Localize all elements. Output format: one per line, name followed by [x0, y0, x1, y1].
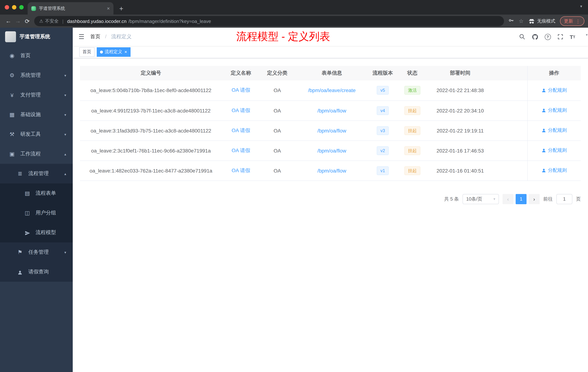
prev-page-button[interactable]: ‹	[503, 194, 514, 204]
assign-rule-link[interactable]: 分配规则	[541, 87, 567, 94]
hamburger-icon[interactable]: ☰	[73, 33, 90, 41]
logo-image	[5, 31, 16, 42]
annotation-text: 流程模型 - 定义列表	[236, 30, 330, 44]
user-icon	[541, 128, 546, 133]
window-minimize-button[interactable]	[12, 5, 16, 10]
menu-dots-icon[interactable]: ⋮	[576, 18, 580, 24]
window-close-button[interactable]	[5, 5, 9, 10]
tag-process-definition[interactable]: 流程定义 ×	[97, 47, 130, 57]
search-icon[interactable]	[519, 33, 525, 40]
user-icon	[541, 108, 546, 113]
assign-rule-link[interactable]: 分配规则	[541, 107, 567, 114]
browser-update-button[interactable]: 更新 ⋮	[560, 16, 584, 26]
sidebar-item-system[interactable]: ⚙ 系统管理 ▾	[0, 66, 73, 85]
user-icon	[541, 88, 546, 93]
version-badge: v2	[377, 146, 388, 155]
form-link[interactable]: /bpm/oa/flow	[317, 168, 346, 174]
definition-name-link[interactable]: OA 请假	[232, 87, 250, 93]
github-icon[interactable]	[531, 33, 538, 40]
chevron-down-icon: ▾	[64, 132, 66, 136]
sidebar-item-infrastructure[interactable]: ▦ 基础设施 ▾	[0, 105, 73, 124]
sidebar-item-workflow[interactable]: ▣ 工作流程 ▴	[0, 144, 73, 164]
definition-name-link[interactable]: OA 请假	[232, 107, 250, 113]
table-row: oa_leave:4:991f2193-7b7f-11ec-a3c8-acde4…	[80, 100, 581, 120]
filler-cell	[492, 100, 527, 120]
status-badge: 挂起	[404, 106, 420, 115]
definition-name-link[interactable]: OA 请假	[232, 147, 250, 153]
sidebar-item-process-form[interactable]: ▤ 流程表单	[0, 184, 73, 203]
back-button[interactable]: ←	[4, 18, 13, 24]
sidebar-logo[interactable]: 芋道管理系统	[0, 28, 73, 46]
sidebar-item-leave-query[interactable]: 请假查询	[0, 262, 73, 282]
breadcrumb-current: 流程定义	[111, 33, 132, 39]
process-list-icon: ≣	[16, 170, 24, 177]
definition-category: OA	[260, 80, 294, 100]
warning-icon: ⚠	[39, 19, 43, 24]
reload-button[interactable]: ⟳	[22, 18, 32, 25]
forward-button[interactable]: →	[13, 18, 22, 24]
help-icon[interactable]: ?	[545, 34, 551, 40]
sidebar-item-devtools[interactable]: ⚒ 研发工具 ▾	[0, 124, 73, 144]
version-badge: v4	[377, 106, 388, 115]
browser-tab[interactable]: 芋道管理系统 ×	[28, 2, 114, 15]
sidebar-item-user-group[interactable]: ◫ 用户分组	[0, 203, 73, 223]
form-link[interactable]: /bpm/oa/flow	[317, 148, 346, 153]
definition-category: OA	[260, 161, 294, 181]
definition-name-link[interactable]: OA 请假	[232, 167, 250, 173]
close-icon[interactable]: ×	[124, 50, 127, 54]
definition-id: oa_leave:1:482ec033-762a-11ec-8477-a2380…	[80, 161, 222, 181]
deploy-time: 2022-01-22 20:34:10	[428, 100, 492, 120]
status-badge: 挂起	[404, 166, 420, 175]
definition-table: 定义编号 定义名称 定义分类 表单信息 流程版本 状态 部署时间 操作	[80, 66, 581, 181]
assign-rule-link[interactable]: 分配规则	[541, 167, 567, 174]
incognito-label: 无痕模式	[537, 18, 555, 24]
key-icon[interactable]	[508, 17, 514, 25]
breadcrumb: 首页 / 流程定义	[90, 33, 131, 40]
page-number-button[interactable]: 1	[516, 194, 526, 204]
navbar: ☰ 首页 / 流程定义 流程模型 - 定义列表 ?	[73, 28, 588, 46]
sidebar-item-payment[interactable]: ¥ 支付管理 ▾	[0, 85, 73, 105]
security-label[interactable]: 不安全	[45, 18, 59, 24]
user-group-icon: ◫	[23, 210, 31, 216]
deploy-time: 2022-01-22 21:48:38	[428, 80, 492, 100]
sidebar-item-process-management[interactable]: ≣ 流程管理 ▴	[0, 164, 73, 184]
form-link[interactable]: /bpm/oa/flow	[317, 108, 346, 113]
sidebar-item-task-management[interactable]: ⚑ 任务管理 ▾	[0, 242, 73, 262]
version-badge: v5	[377, 86, 388, 95]
sidebar-item-home[interactable]: ◉ 首页	[0, 46, 73, 66]
col-filler	[492, 66, 527, 80]
sidebar-item-process-model[interactable]: 流程模型	[0, 223, 73, 242]
window-zoom-button[interactable]	[19, 5, 24, 10]
tag-home[interactable]: 首页	[79, 47, 94, 57]
filler-cell	[492, 120, 527, 141]
form-link[interactable]: /bpm/oa/flow	[317, 128, 346, 133]
breadcrumb-home[interactable]: 首页	[90, 33, 100, 39]
infrastructure-icon: ▦	[8, 111, 16, 118]
logo-title: 芋道管理系统	[20, 33, 50, 40]
font-size-icon[interactable]: TT	[570, 34, 575, 40]
deploy-time: 2022-01-22 19:19:11	[428, 120, 492, 141]
tab-search-icon[interactable]: ▾	[580, 4, 582, 9]
app-shell: 芋道管理系统 ◉ 首页 ⚙ 系统管理 ▾ ¥ 支付管理 ▾ ▦ 基础设施 ▾	[0, 28, 588, 372]
col-process-version: 流程版本	[369, 66, 396, 80]
deploy-time: 2022-01-16 01:40:51	[428, 161, 492, 181]
tab-title: 芋道管理系统	[39, 5, 104, 11]
definition-name-link[interactable]: OA 请假	[232, 127, 250, 133]
page-size-select[interactable]: 10条/页 ▾	[462, 194, 499, 204]
form-link[interactable]: /bpm/oa/leave/create	[308, 88, 356, 93]
tools-icon: ⚒	[8, 131, 16, 138]
address-bar[interactable]: ⚠ 不安全 | dashboard.yudao.iocoder.cn /bpm/…	[34, 16, 504, 26]
chevron-up-icon: ▴	[64, 172, 66, 176]
tab-close-icon[interactable]: ×	[107, 5, 110, 11]
next-page-button[interactable]: ›	[529, 194, 540, 204]
assign-rule-link[interactable]: 分配规则	[541, 127, 567, 134]
new-tab-button[interactable]: +	[119, 5, 123, 12]
bookmark-star-icon[interactable]: ☆	[519, 18, 524, 24]
assign-rule-link[interactable]: 分配规则	[541, 147, 567, 154]
definition-id: oa_leave:2:3c1f0ef1-76b1-11ec-9c66-a2380…	[80, 141, 222, 161]
traffic-lights	[0, 5, 24, 10]
chevron-down-icon[interactable]: ▾	[586, 33, 588, 37]
fullscreen-icon[interactable]	[557, 33, 563, 40]
goto-page-input[interactable]	[556, 194, 572, 204]
definition-id: oa_leave:5:004b710b-7b8a-11ec-8ef0-acde4…	[80, 80, 222, 100]
